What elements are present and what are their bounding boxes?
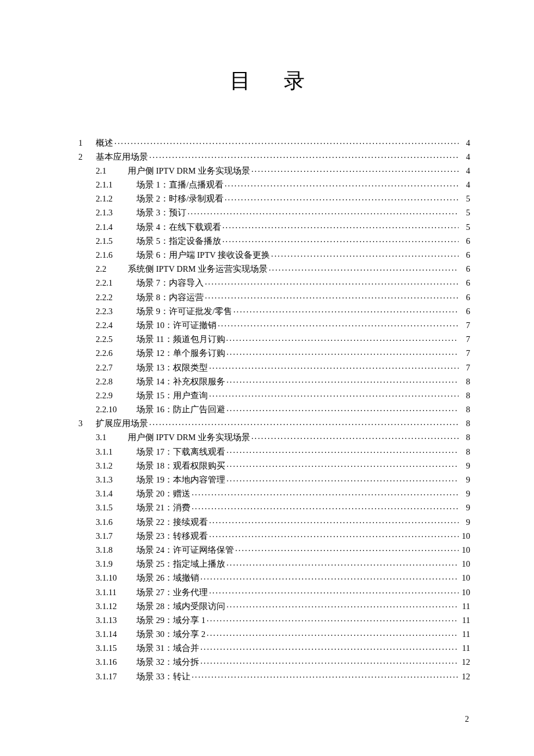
- toc-entry-title: 场景 11：频道包月订购: [136, 335, 225, 344]
- toc-leader-dots: [209, 390, 459, 398]
- toc-entry-number: 2.2.8: [96, 377, 136, 386]
- toc-entry-number: 3.1.14: [96, 630, 136, 639]
- toc-entry-page: 11: [460, 644, 470, 653]
- toc-leader-dots: [222, 235, 459, 244]
- toc-entry-page: 10: [460, 560, 470, 568]
- toc-entry-number: 2.2.9: [96, 391, 136, 400]
- toc-entry-title: 场景 21：消费: [136, 503, 190, 512]
- toc-entry-number: 3.1.11: [96, 588, 136, 597]
- toc-entry-number: 2.1.4: [96, 223, 136, 232]
- toc-entry-number: 2.1.5: [96, 237, 136, 246]
- toc-entry-page: 9: [460, 476, 470, 484]
- toc-leader-dots: [226, 404, 459, 413]
- toc-entry-title: 场景 5：指定设备播放: [136, 237, 221, 246]
- toc-entry-number: 2.2.7: [96, 363, 136, 372]
- toc-leader-dots: [226, 460, 459, 469]
- toc-entry-number: 3: [78, 419, 96, 428]
- toc-entry-number: 3.1.17: [96, 672, 136, 681]
- toc-entry: 2.1.2场景 2：时移/录制观看 5: [78, 193, 470, 203]
- toc-entry: 2.2.3场景 9：许可证批发/零售 6: [78, 305, 470, 315]
- toc-entry-number: 2.1.3: [96, 208, 136, 217]
- toc-entry-page: 5: [460, 195, 470, 203]
- toc-entry-page: 4: [460, 139, 470, 147]
- toc-entry-page: 6: [460, 279, 470, 287]
- toc-entry-number: 3.1: [96, 433, 128, 442]
- toc-entry-page: 11: [460, 616, 470, 625]
- toc-leader-dots: [226, 376, 459, 384]
- toc-entry-title: 场景 31：域合并: [136, 644, 199, 653]
- toc-entry-title: 场景 1：直播/点播观看: [136, 181, 223, 189]
- toc-entry-page: 5: [460, 223, 470, 232]
- toc-leader-dots: [205, 278, 459, 286]
- toc-leader-dots: [114, 137, 459, 146]
- toc-leader-dots: [233, 305, 459, 314]
- toc-entry-title: 场景 14：补充权限服务: [136, 377, 225, 386]
- toc-leader-dots: [200, 643, 459, 651]
- toc-entry-title: 场景 28：域内受限访问: [136, 602, 225, 611]
- toc-entry-title: 场景 9：许可证批发/零售: [136, 307, 232, 316]
- toc-entry-page: 7: [460, 363, 470, 372]
- toc-entry-title: 场景 3：预订: [136, 208, 186, 217]
- toc-entry-title: 场景 19：本地内容管理: [136, 476, 225, 484]
- toc-entry-number: 3.1.16: [96, 658, 136, 667]
- page-number: 2: [465, 715, 469, 724]
- toc-entry-number: 2.1.1: [96, 181, 136, 189]
- toc-entry: 3.1.14场景 30：域分享 211: [78, 629, 470, 639]
- toc-leader-dots: [207, 629, 459, 638]
- toc-entry: 2.1用户侧 IPTV DRM 业务实现场景4: [78, 165, 470, 175]
- toc-leader-dots: [187, 207, 459, 216]
- toc-entry: 3.1.12场景 28：域内受限访问11: [78, 600, 470, 610]
- toc-leader-dots: [200, 573, 459, 581]
- toc-entry-number: 3.1.4: [96, 489, 136, 498]
- toc-leader-dots: [209, 586, 459, 595]
- toc-entry-title: 场景 17：下载离线观看: [136, 448, 225, 456]
- toc-entry-number: 3.1.13: [96, 616, 136, 625]
- toc-entry: 3.1.7场景 23：转移观看10: [78, 530, 470, 540]
- toc-leader-dots: [226, 600, 459, 609]
- toc-entry: 3.1.3场景 19：本地内容管理9: [78, 474, 470, 484]
- toc-entry-title: 场景 22：接续观看: [136, 518, 208, 527]
- toc-entry-page: 8: [460, 377, 470, 386]
- toc-entry: 3.1.15场景 31：域合并11: [78, 643, 470, 653]
- toc-entry-page: 9: [460, 462, 470, 470]
- toc-entry: 2基本应用场景4: [78, 151, 470, 161]
- toc-entry: 1概述4: [78, 137, 470, 147]
- toc-entry-title: 场景 8：内容运营: [136, 293, 204, 302]
- toc-leader-dots: [205, 291, 459, 300]
- toc-entry-page: 6: [460, 293, 470, 302]
- toc-entry: 2.2.1场景 7：内容导入6: [78, 278, 470, 287]
- toc-leader-dots: [226, 446, 459, 455]
- toc-leader-dots: [200, 657, 459, 665]
- toc-entry-page: 4: [460, 167, 470, 175]
- toc-entry: 3.1.17场景 33：转让12: [78, 671, 470, 681]
- toc-entry-title: 场景 13：权限类型: [136, 363, 208, 372]
- toc-entry-page: 10: [460, 532, 470, 541]
- toc-entry-number: 1: [78, 139, 96, 147]
- toc-leader-dots: [226, 474, 459, 483]
- toc-title: 目 录: [78, 67, 470, 95]
- toc-entry-title: 场景 10：许可证撤销: [136, 321, 217, 330]
- toc-entry-title: 基本应用场景: [96, 153, 148, 161]
- toc-leader-dots: [209, 362, 459, 370]
- toc-entry-number: 2.2.10: [96, 405, 136, 414]
- toc-entry-number: 2.2: [96, 265, 128, 273]
- toc-entry: 2.2.4场景 10：许可证撤销7: [78, 319, 470, 329]
- toc-entry-title: 场景 29：域分享 1: [136, 616, 205, 625]
- toc-entry-title: 场景 26：域撤销: [136, 574, 199, 582]
- toc-entry: 2.1.1场景 1：直播/点播观看 4: [78, 179, 470, 189]
- toc-entry-page: 8: [460, 448, 470, 456]
- toc-entry-page: 7: [460, 335, 470, 344]
- toc-entry-page: 6: [460, 307, 470, 316]
- table-of-contents: 1概述42基本应用场景42.1用户侧 IPTV DRM 业务实现场景42.1.1…: [78, 137, 470, 681]
- toc-leader-dots: [271, 250, 459, 258]
- toc-entry-page: 9: [460, 518, 470, 527]
- toc-entry: 3.1.9场景 25：指定域上播放10: [78, 559, 470, 568]
- toc-entry-number: 3.1.8: [96, 546, 136, 555]
- toc-entry: 2.2系统侧 IPTV DRM 业务运营实现场景6: [78, 264, 470, 273]
- toc-entry: 3.1.6场景 22：接续观看9: [78, 516, 470, 526]
- toc-entry-page: 10: [460, 574, 470, 582]
- toc-leader-dots: [209, 516, 459, 525]
- toc-leader-dots: [192, 488, 459, 497]
- toc-entry-title: 场景 15：用户查询: [136, 391, 208, 400]
- toc-entry-number: 3.1.1: [96, 448, 136, 456]
